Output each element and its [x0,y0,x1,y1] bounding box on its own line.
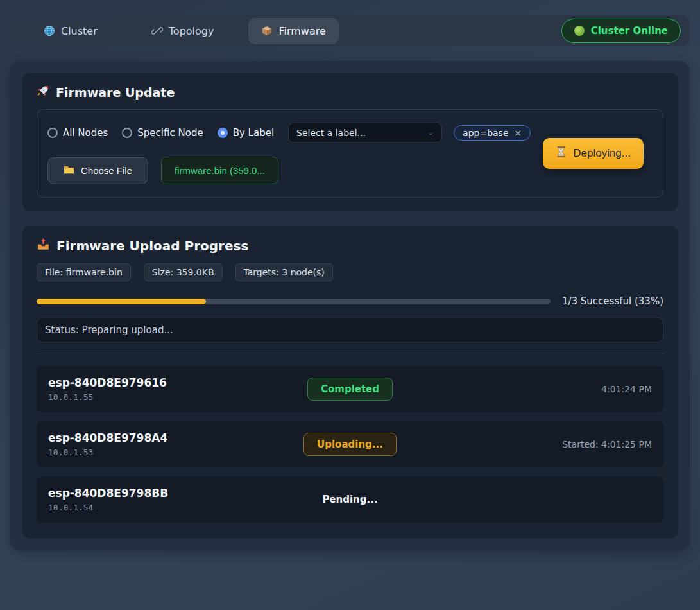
radio-icon [47,128,58,138]
upload-meta: File: firmware.bin Size: 359.0KB Targets… [37,263,663,281]
main-container: Firmware Update All Nodes Specific Node … [10,61,690,550]
radio-icon [218,128,228,138]
meta-file: File: firmware.bin [37,263,131,281]
node-name: esp-840D8E9798A4 [48,431,303,444]
link-icon [151,25,163,37]
node-row: esp-840D8E979616 10.0.1.55 Completed 4:0… [37,366,663,412]
node-info: esp-840D8E979616 10.0.1.55 [48,376,307,402]
firmware-update-title: Firmware Update [37,85,663,100]
label-select[interactable]: Select a label... ⌄ [288,123,442,143]
nav-item-topology[interactable]: Topology [139,18,227,44]
cluster-online-label: Cluster Online [591,25,668,37]
rocket-icon [37,85,49,100]
radio-specific-node[interactable]: Specific Node [122,127,203,139]
folder-icon [64,165,74,177]
upload-progress-title: Firmware Upload Progress [37,238,663,254]
selected-file-label: firmware.bin (359.0... [175,165,265,176]
chevron-down-icon: ⌄ [428,128,434,137]
selected-file-button[interactable]: firmware.bin (359.0... [161,157,278,184]
label-chip[interactable]: app=base × [454,125,531,141]
divider [37,354,663,354]
nav-item-label: Topology [169,25,214,37]
node-info: esp-840D8E9798BB 10.0.1.54 [48,487,320,512]
green-dot-icon [574,26,585,36]
nav-item-firmware[interactable]: Firmware [248,18,338,44]
navbar: Cluster Topology Firmware Cluster Online [10,15,690,46]
node-row: esp-840D8E9798BB 10.0.1.54 Pending... [37,476,663,523]
package-icon [261,25,273,37]
progress-label: 1/3 Successful (33%) [562,295,663,307]
node-ip: 10.0.1.53 [48,448,303,457]
node-row: esp-840D8E9798A4 10.0.1.53 Uploading... … [37,421,663,467]
meta-targets: Targets: 3 node(s) [235,263,333,281]
node-info: esp-840D8E9798A4 10.0.1.53 [48,431,303,457]
remove-label-icon[interactable]: × [515,128,522,138]
deploy-button[interactable]: Deploying... [543,138,644,169]
status-badge: Uploading... [303,433,397,456]
choose-file-button[interactable]: Choose File [47,157,148,184]
nav-item-label: Cluster [61,25,98,37]
card-title-text: Firmware Upload Progress [56,238,248,254]
choose-file-label: Choose File [81,165,132,176]
radio-all-nodes[interactable]: All Nodes [47,127,108,139]
node-time: 4:01:24 PM [393,384,652,394]
status-badge: Completed [307,378,393,401]
nav-item-cluster[interactable]: Cluster [31,18,110,44]
radio-icon [122,128,132,138]
upload-tray-icon [37,238,50,254]
progress-bar [37,299,551,304]
deploy-button-label: Deploying... [573,147,631,160]
globe-icon [44,25,55,37]
node-ip: 10.0.1.54 [48,503,320,512]
node-name: esp-840D8E9798BB [48,487,320,500]
card-title-text: Firmware Update [56,85,175,100]
radio-by-label[interactable]: By Label [218,127,274,139]
nav-item-label: Firmware [278,25,325,37]
cluster-online-badge[interactable]: Cluster Online [561,19,681,43]
label-select-value: Select a label... [296,128,366,138]
firmware-update-card: Firmware Update All Nodes Specific Node … [22,73,678,211]
progress-row: 1/3 Successful (33%) [37,295,663,307]
radio-label: Specific Node [137,127,203,139]
progress-fill [37,299,206,304]
radio-label: By Label [233,127,274,139]
node-ip: 10.0.1.55 [48,392,307,402]
node-name: esp-840D8E979616 [48,376,307,389]
status-badge: Pending... [320,489,380,510]
upload-progress-card: Firmware Upload Progress File: firmware.… [22,225,678,539]
hourglass-icon [556,146,567,161]
firmware-update-form: All Nodes Specific Node By Label Select … [37,109,663,198]
label-chip-text: app=base [463,128,508,138]
radio-label: All Nodes [63,127,108,139]
meta-size: Size: 359.0KB [144,263,223,281]
status-box: Status: Preparing upload... [37,318,663,342]
node-time: Started: 4:01:25 PM [397,439,652,449]
